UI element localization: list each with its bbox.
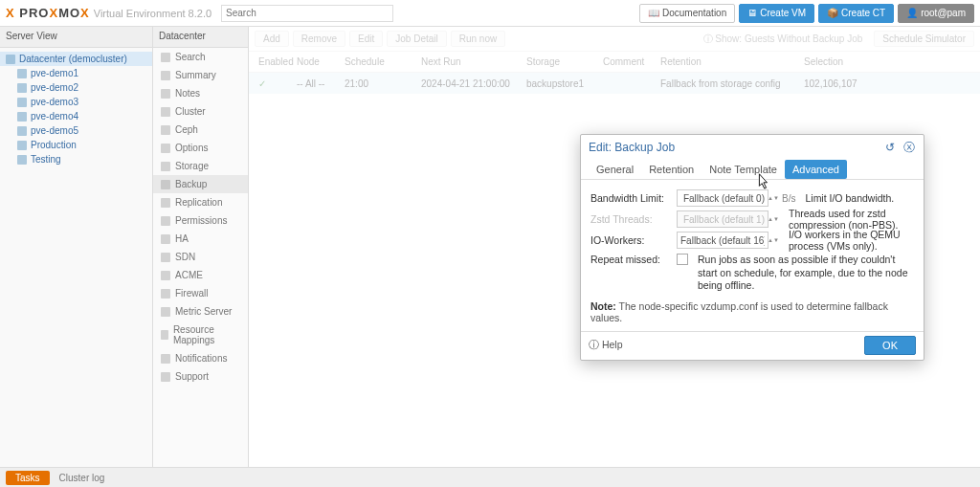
reset-icon[interactable]: ↺ <box>883 141 897 154</box>
nav-item-search[interactable]: Search <box>153 48 248 66</box>
nav-icon <box>161 307 170 317</box>
nav-icon <box>161 372 170 382</box>
nav-item-backup[interactable]: Backup <box>153 175 248 193</box>
nav-item-firewall[interactable]: Firewall <box>153 284 248 302</box>
bandwidth-limit-input[interactable] <box>677 189 768 207</box>
nav-item-replication[interactable]: Replication <box>153 193 248 211</box>
tree-node-label: Production <box>31 140 77 150</box>
repeat-missed-desc: Run jobs as soon as possible if they cou… <box>698 254 914 293</box>
nav-item-label: Cluster <box>175 106 206 117</box>
nav-item-label: Notes <box>175 88 200 99</box>
nav-item-label: SDN <box>175 252 195 262</box>
tree-node[interactable]: pve-demo5 <box>0 123 152 138</box>
ok-button[interactable]: OK <box>864 336 916 355</box>
nav-item-permissions[interactable]: Permissions <box>153 211 248 230</box>
tab-advanced[interactable]: Advanced <box>785 160 847 179</box>
tree-node[interactable]: pve-demo3 <box>0 95 152 109</box>
nav-item-label: Notifications <box>175 353 227 364</box>
repeat-missed-checkbox[interactable] <box>677 254 688 265</box>
global-search-input[interactable] <box>221 5 393 22</box>
bottom-bar: Tasks Cluster log <box>0 467 980 487</box>
nav-item-label: HA <box>175 233 189 244</box>
nav-item-label: Permissions <box>175 215 227 226</box>
tasks-tab[interactable]: Tasks <box>6 471 50 485</box>
tab-general[interactable]: General <box>589 160 641 179</box>
node-icon <box>17 69 27 78</box>
nav-icon <box>161 53 170 62</box>
nav-icon <box>161 330 168 340</box>
nav-icon <box>161 354 170 364</box>
create-ct-label: Create CT <box>841 8 885 18</box>
nav-icon <box>161 198 170 208</box>
node-icon <box>17 126 27 136</box>
tree-node-label: pve-demo2 <box>31 82 78 93</box>
top-bar: X PROXMOX Virtual Environment 8.2.0 📖 Do… <box>0 0 980 27</box>
nav-item-sdn[interactable]: SDN <box>153 248 248 266</box>
node-icon <box>17 83 27 93</box>
nav-item-summary[interactable]: Summary <box>153 66 248 84</box>
nav-item-label: ACME <box>175 270 203 280</box>
tree-node[interactable]: pve-demo2 <box>0 80 152 95</box>
version-label: Virtual Environment 8.2.0 <box>94 8 212 19</box>
nav-item-label: Search <box>175 52 206 62</box>
tree-node[interactable]: Production <box>0 138 152 152</box>
note-text: The node-specific vzdump.conf is used to… <box>590 300 888 323</box>
nav-item-metric-server[interactable]: Metric Server <box>153 302 248 321</box>
nav-item-options[interactable]: Options <box>153 139 248 157</box>
nav-icon <box>161 271 170 280</box>
bandwidth-limit-label: Bandwidth Limit: <box>590 192 677 204</box>
io-workers-desc: I/O workers in the QEMU process (VMs onl… <box>789 229 914 252</box>
nav-item-notes[interactable]: Notes <box>153 84 248 102</box>
create-vm-button[interactable]: 🖥 Create VM <box>739 4 814 23</box>
nav-icon <box>161 289 170 299</box>
help-button[interactable]: ⓘ Help <box>589 339 623 352</box>
tree-node-label: Testing <box>31 154 61 165</box>
tree-node[interactable]: pve-demo1 <box>0 66 152 80</box>
nav-item-label: Backup <box>175 179 207 189</box>
tab-retention[interactable]: Retention <box>641 160 702 179</box>
tree-datacenter[interactable]: Datacenter (democluster) <box>0 52 152 66</box>
create-ct-button[interactable]: 📦 Create CT <box>818 4 894 23</box>
nav-icon <box>161 144 170 153</box>
tree-node-label: pve-demo3 <box>31 97 78 107</box>
nav-item-storage[interactable]: Storage <box>153 157 248 175</box>
spinner-icon[interactable]: ▲▼ <box>768 195 779 201</box>
nav-item-ha[interactable]: HA <box>153 230 248 248</box>
fallback-note: Note: The node-specific vzdump.conf is u… <box>590 300 914 323</box>
help-label: Help <box>602 339 623 350</box>
nav-item-resource-mappings[interactable]: Resource Mappings <box>153 321 248 349</box>
nav-item-label: Storage <box>175 161 209 171</box>
nav-item-label: Replication <box>175 197 222 208</box>
nav-item-label: Summary <box>175 70 216 80</box>
spinner-icon[interactable]: ▲▼ <box>768 237 779 243</box>
nav-icon <box>161 89 170 99</box>
nav-icon <box>161 162 170 171</box>
nav-item-label: Options <box>175 143 208 153</box>
logo: X PROXMOX <box>6 6 90 20</box>
tree-node[interactable]: pve-demo4 <box>0 109 152 123</box>
tab-note-template[interactable]: Note Template <box>702 160 785 179</box>
tree-node[interactable]: Testing <box>0 152 152 166</box>
nav-item-label: Firewall <box>175 288 208 299</box>
section-nav: Datacenter SearchSummaryNotesClusterCeph… <box>153 27 249 467</box>
io-workers-input[interactable] <box>677 232 768 249</box>
nav-item-cluster[interactable]: Cluster <box>153 102 248 121</box>
documentation-button[interactable]: 📖 Documentation <box>639 4 735 23</box>
bandwidth-unit: B/s <box>782 193 795 204</box>
nav-icon <box>161 107 170 117</box>
datacenter-icon <box>6 55 15 64</box>
nav-item-notifications[interactable]: Notifications <box>153 349 248 367</box>
nav-icon <box>161 180 170 189</box>
tree-datacenter-label: Datacenter (democluster) <box>19 54 127 64</box>
nav-item-ceph[interactable]: Ceph <box>153 121 248 139</box>
close-icon[interactable]: ⓧ <box>902 141 916 154</box>
nav-item-acme[interactable]: ACME <box>153 266 248 284</box>
user-menu-button[interactable]: 👤 root@pam <box>898 4 974 23</box>
repeat-missed-label: Repeat missed: <box>590 254 677 265</box>
spinner-icon: ▲▼ <box>768 216 779 222</box>
nav-icon <box>161 216 170 226</box>
zstd-threads-desc: Threads used for zstd compression (non-P… <box>789 208 914 231</box>
nav-item-support[interactable]: Support <box>153 367 248 386</box>
cluster-log-tab[interactable]: Cluster log <box>59 473 105 483</box>
dialog-tabs: General Retention Note Template Advanced <box>581 160 924 180</box>
